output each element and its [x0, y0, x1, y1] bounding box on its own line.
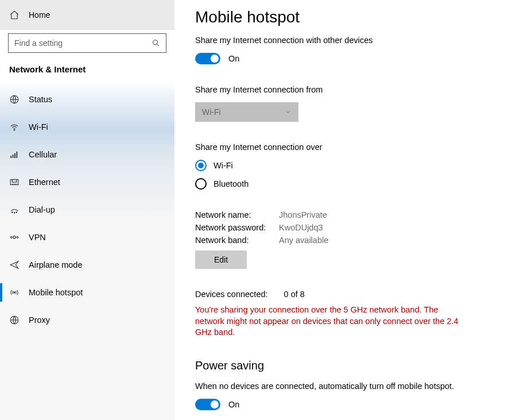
power-saving-toggle-state: On	[228, 400, 239, 409]
network-password-value: KwoDUjdq3	[279, 223, 511, 232]
sidebar-item-label: Status	[29, 95, 52, 104]
power-saving-heading: Power saving	[195, 359, 511, 372]
sidebar-item-airplane[interactable]: Airplane mode	[0, 251, 174, 279]
radio-label: Bluetooth	[213, 179, 248, 188]
network-band-value: Any available	[279, 236, 511, 245]
svg-line-1	[157, 44, 160, 47]
devices-connected-label: Devices connected:	[195, 290, 268, 299]
share-toggle-state: On	[228, 54, 239, 63]
page-title: Mobile hotspot	[195, 8, 511, 26]
sidebar-item-label: Proxy	[29, 315, 50, 325]
network-name-value: JhonsPrivate	[279, 210, 511, 219]
svg-point-15	[14, 213, 15, 214]
power-saving-toggle[interactable]	[195, 399, 220, 410]
svg-point-16	[16, 212, 17, 213]
svg-rect-6	[13, 155, 14, 158]
radio-label: Wi-Fi	[213, 161, 233, 170]
chevron-down-icon	[285, 109, 292, 115]
devices-connected-value: 0 of 8	[284, 290, 305, 299]
home-button[interactable]: Home	[0, 0, 174, 30]
svg-rect-19	[14, 236, 15, 239]
sidebar-item-ethernet[interactable]: Ethernet	[0, 168, 174, 196]
sidebar-item-mobile-hotspot[interactable]: Mobile hotspot	[0, 279, 174, 306]
category-heading: Network & Internet	[0, 63, 174, 86]
network-password-label: Network password:	[195, 223, 279, 232]
share-from-label: Share my Internet connection from	[195, 85, 511, 94]
sidebar-item-label: Mobile hotspot	[29, 288, 83, 297]
sidebar-item-vpn[interactable]: VPN	[0, 224, 174, 251]
network-info: Network name: JhonsPrivate Network passw…	[195, 210, 511, 245]
svg-point-0	[153, 40, 158, 45]
search-icon	[146, 38, 166, 48]
sidebar-item-label: Cellular	[29, 150, 57, 159]
nav-list: Status Wi-Fi Cellular Ethernet	[0, 86, 174, 334]
sidebar-item-label: VPN	[29, 233, 46, 242]
share-with-devices-label: Share my Internet connection with other …	[195, 36, 511, 45]
share-toggle[interactable]	[195, 53, 220, 64]
status-icon	[9, 94, 21, 105]
ethernet-icon	[9, 177, 21, 187]
share-over-option-bluetooth[interactable]: Bluetooth	[195, 178, 511, 190]
svg-rect-7	[14, 153, 15, 158]
radio-icon	[195, 160, 207, 171]
svg-point-20	[14, 292, 15, 293]
svg-point-14	[12, 212, 13, 213]
svg-rect-10	[12, 180, 17, 183]
sidebar-item-cellular[interactable]: Cellular	[0, 141, 174, 168]
share-from-dropdown[interactable]: Wi-Fi	[195, 102, 298, 122]
mobile-hotspot-icon	[9, 287, 21, 298]
cellular-icon	[9, 149, 21, 160]
network-name-label: Network name:	[195, 210, 279, 219]
toggle-knob	[211, 400, 219, 409]
airplane-icon	[9, 260, 21, 270]
sidebar-item-label: Ethernet	[29, 178, 60, 187]
svg-point-17	[10, 237, 12, 238]
sidebar-item-dialup[interactable]: Dial-up	[0, 196, 174, 224]
sidebar: Home Network & Internet Status	[0, 0, 174, 420]
sidebar-item-label: Airplane mode	[29, 260, 83, 269]
sidebar-item-wifi[interactable]: Wi-Fi	[0, 113, 174, 141]
main-content: Mobile hotspot Share my Internet connect…	[174, 0, 532, 420]
vpn-icon	[9, 232, 21, 242]
share-over-label: Share my Internet connection over	[195, 142, 511, 152]
toggle-knob	[211, 55, 219, 63]
svg-rect-8	[16, 152, 17, 158]
radio-icon	[195, 178, 207, 190]
svg-point-18	[17, 237, 18, 238]
home-icon	[9, 10, 21, 20]
search-box[interactable]	[8, 33, 166, 53]
wifi-icon	[9, 122, 21, 132]
share-over-option-wifi[interactable]: Wi-Fi	[195, 160, 511, 171]
network-band-label: Network band:	[195, 236, 279, 245]
search-input[interactable]	[9, 38, 146, 48]
dialup-icon	[9, 205, 21, 215]
edit-button[interactable]: Edit	[195, 251, 247, 269]
sidebar-item-proxy[interactable]: Proxy	[0, 306, 174, 334]
sidebar-item-label: Dial-up	[29, 205, 55, 214]
band-warning: You're sharing your connection over the …	[195, 305, 465, 338]
power-saving-desc: When no devices are connected, automatic…	[195, 382, 511, 391]
sidebar-item-label: Wi-Fi	[29, 122, 48, 132]
sidebar-item-status[interactable]: Status	[0, 86, 174, 113]
share-from-value: Wi-Fi	[202, 107, 221, 117]
proxy-icon	[9, 315, 21, 325]
svg-point-4	[14, 130, 15, 131]
svg-rect-5	[10, 156, 11, 158]
home-label: Home	[29, 10, 50, 20]
search-container	[0, 30, 174, 63]
